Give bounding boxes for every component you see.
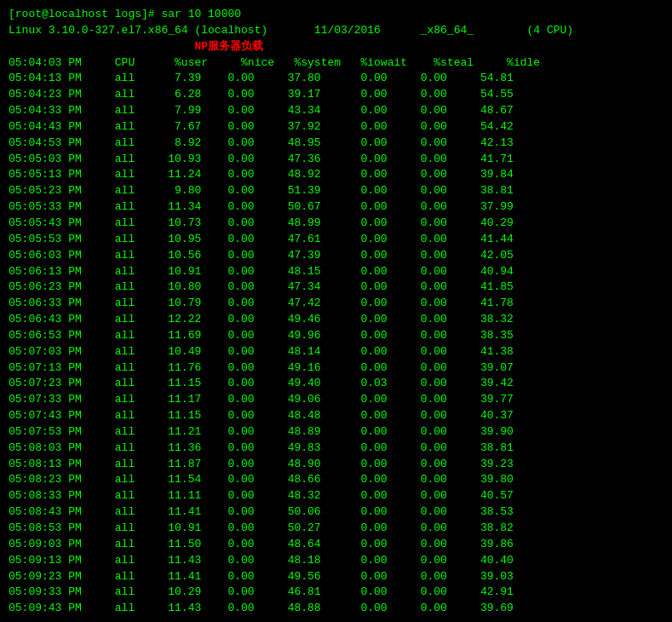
table-row: 05:09:03 PM all 11.50 0.00 48.64 0.00 0.…	[9, 537, 663, 553]
table-row: 05:04:13 PM all 7.39 0.00 37.80 0.00 0.0…	[9, 71, 663, 87]
table-row: 05:09:33 PM all 10.29 0.00 46.81 0.00 0.…	[9, 585, 663, 601]
table-row: 05:04:43 PM all 7.67 0.00 37.92 0.00 0.0…	[9, 119, 663, 135]
table-row: 05:04:23 PM all 6.28 0.00 39.17 0.00 0.0…	[9, 87, 663, 103]
terminal-container: [root@localhost logs]# sar 10 10000 Linu…	[9, 7, 663, 617]
table-row: 05:06:23 PM all 10.80 0.00 47.34 0.00 0.…	[9, 279, 663, 296]
table-row: 05:09:43 PM all 11.43 0.00 48.88 0.00 0.…	[9, 601, 663, 617]
table-row: 05:07:43 PM all 11.15 0.00 48.48 0.00 0.…	[9, 408, 663, 424]
table-row: 05:05:43 PM all 10.73 0.00 48.99 0.00 0.…	[9, 216, 663, 232]
table-row: 05:07:53 PM all 11.21 0.00 48.89 0.00 0.…	[9, 424, 663, 441]
table-row: 05:05:53 PM all 10.95 0.00 47.61 0.00 0.…	[9, 232, 663, 248]
table-row: 05:07:33 PM all 11.17 0.00 49.06 0.00 0.…	[9, 392, 663, 408]
table-row: 05:06:53 PM all 11.69 0.00 49.96 0.00 0.…	[9, 328, 663, 344]
table-row: 05:06:33 PM all 10.79 0.00 47.42 0.00 0.…	[9, 296, 663, 312]
column-headers: 05:04:03 PM CPU %user %nice %system %iow…	[9, 55, 663, 72]
table-row: 05:09:23 PM all 11.41 0.00 49.56 0.00 0.…	[9, 569, 663, 585]
data-rows: 05:04:13 PM all 7.39 0.00 37.80 0.00 0.0…	[9, 71, 663, 617]
table-row: 05:06:13 PM all 10.91 0.00 48.15 0.00 0.…	[9, 264, 663, 280]
prompt-line: [root@localhost logs]# sar 10 10000	[9, 7, 663, 23]
table-row: 05:05:33 PM all 11.34 0.00 50.67 0.00 0.…	[9, 199, 663, 216]
table-row: 05:06:43 PM all 12.22 0.00 49.46 0.00 0.…	[9, 312, 663, 328]
page-title: NP服务器负载	[194, 40, 263, 53]
table-row: 05:07:03 PM all 10.49 0.00 48.14 0.00 0.…	[9, 344, 663, 360]
table-row: 05:07:23 PM all 11.15 0.00 49.40 0.03 0.…	[9, 376, 663, 392]
table-row: 05:09:13 PM all 11.43 0.00 48.18 0.00 0.…	[9, 553, 663, 569]
table-row: 05:08:03 PM all 11.36 0.00 49.83 0.00 0.…	[9, 441, 663, 457]
title-line: NP服务器负载	[9, 39, 663, 55]
table-row: 05:08:43 PM all 11.41 0.00 50.06 0.00 0.…	[9, 504, 663, 521]
table-row: 05:08:33 PM all 11.11 0.00 48.32 0.00 0.…	[9, 488, 663, 504]
table-row: 05:08:13 PM all 11.87 0.00 48.90 0.00 0.…	[9, 457, 663, 473]
table-row: 05:08:23 PM all 11.54 0.00 48.66 0.00 0.…	[9, 472, 663, 488]
table-row: 05:04:33 PM all 7.99 0.00 43.34 0.00 0.0…	[9, 103, 663, 119]
table-row: 05:05:23 PM all 9.80 0.00 51.39 0.00 0.0…	[9, 183, 663, 199]
table-row: 05:06:03 PM all 10.56 0.00 47.39 0.00 0.…	[9, 248, 663, 264]
table-row: 05:07:13 PM all 11.76 0.00 49.16 0.00 0.…	[9, 360, 663, 377]
table-row: 05:05:03 PM all 10.93 0.00 47.36 0.00 0.…	[9, 152, 663, 168]
table-row: 05:05:13 PM all 11.24 0.00 48.92 0.00 0.…	[9, 167, 663, 183]
table-row: 05:08:53 PM all 10.91 0.00 50.27 0.00 0.…	[9, 521, 663, 537]
table-row: 05:04:53 PM all 8.92 0.00 48.95 0.00 0.0…	[9, 135, 663, 152]
sys-info-line: Linux 3.10.0-327.el7.x86_64 (localhost) …	[9, 23, 663, 39]
